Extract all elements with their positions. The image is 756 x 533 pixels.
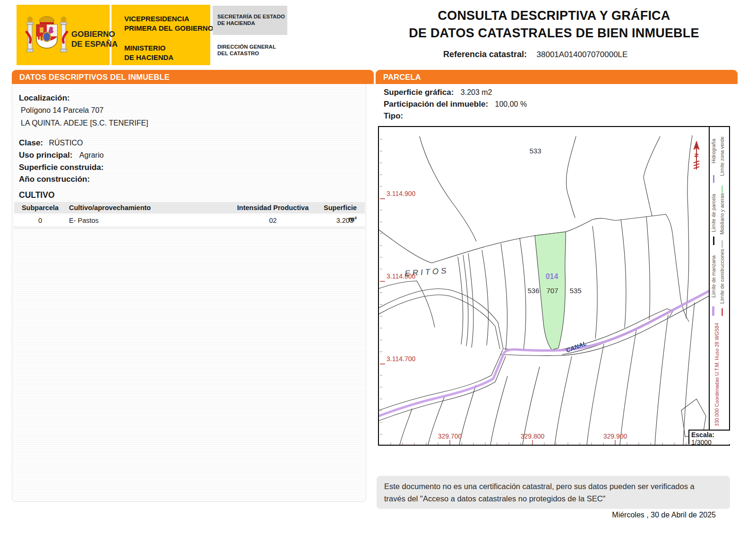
clase-value: RÚSTICO [49,139,83,147]
anio-construccion-row: Año construcción: [19,175,94,184]
participacion-value: 100,00 % [495,100,527,108]
uso-value: Agrario [79,151,104,159]
localizacion-label: Localización: [19,93,70,103]
superficie-grafica-row: Superficie gráfica: 3.203 m2 [384,88,492,97]
legend-mobiliario-swatch [722,240,723,248]
uso-row: Uso principal: Agrario [19,151,103,160]
direccion-line1: DIRECCIÓN GENERAL [217,43,276,50]
direccion-line2: DEL CATASTRO [217,50,276,57]
secretaria-line1: SECRETARÍA DE ESTADO [217,13,287,20]
legend-zona-verde: Límite zona verde [720,136,725,176]
spain-coat-of-arms [25,10,69,59]
cadastral-map[interactable]: 3.114.900 3.114.800 3.114.700 329.700 32… [378,126,730,446]
x-coord-800: 329.800 [521,432,545,440]
localizacion-line1: Polígono 14 Parcela 707 [21,106,103,115]
ministerio-line2: DE HACIENDA [124,53,173,62]
parcel-label-533: 533 [529,147,541,155]
north-arrow-icon: N [694,141,699,169]
ministerio-text: MINISTERIO DE HACIENDA [124,43,173,62]
cultivo-title: CULTIVO [19,190,55,200]
right-panel-header: PARCELA [376,70,738,84]
gobierno-text: GOBIERNO DE ESPAÑA [71,29,118,50]
legend-limite-manzana: Límite de manzana [711,255,716,297]
map-canvas: 3.114.900 3.114.800 3.114.700 329.700 32… [379,127,710,445]
subparcel-label-014: 014 [546,272,558,280]
clase-row: Clase: RÚSTICO [19,138,83,148]
anio-construccion-label: Año construcción: [19,175,90,184]
localizacion-line2: LA QUINTA. ADEJE [S.C. TENERIFE] [21,119,148,127]
map-legend: Hidrografía Límite zona verde Límite de … [709,127,728,443]
tipo-label: Tipo: [384,111,403,120]
participacion-row: Participación del inmueble: 100,00 % [384,100,527,109]
secretaria-box: SECRETARÍA DE ESTADO DE HACIENDA [213,6,287,35]
disclaimer-box: Este documento no es una certificación c… [377,476,730,509]
cell-subparcela: 0 [14,215,66,226]
cell-intensidad: 02 [222,215,324,226]
gobierno-line1: GOBIERNO [71,29,118,39]
secretaria-line2: DE HACIENDA [217,20,287,26]
legend-limite-parcela: Límite de parcela [711,194,716,232]
superficie-grafica-label: Superficie gráfica: [384,88,454,97]
legend-mobiliario: Mobiliario y aceras [720,193,725,235]
place-label-eritos: ERITOS [404,266,449,278]
legend-limite-construcciones-swatch [722,308,723,316]
referencia-value: 38001A014007070000LE [537,50,628,59]
cultivo-table: Subparcela Cultivo/aprovechamiento Inten… [14,202,365,229]
vicepresidencia-line2: PRIMERA DEL GOBIERNO [124,24,213,33]
gobierno-line2: DE ESPAÑA [71,39,118,49]
document-date: Miércoles , 30 de Abril de 2025 [541,511,716,519]
title-line1: CONSULTA DESCRIPTIVA Y GRÁFICA [378,8,730,23]
disclaimer-line1: Este documento no es una certificación c… [384,481,730,493]
cell-superficie: 3.203 [324,215,365,226]
legend-limite-parcela-swatch [713,237,714,245]
referencia-label: Referencia catastral: [443,50,527,59]
uso-label: Uso principal: [19,151,72,160]
legend-limite-manzana-swatch [712,306,714,316]
disclaimer-line2: través del "Acceso a datos catastrales n… [384,493,730,505]
parcel-label-707: 707 [546,287,558,295]
document-title: CONSULTA DESCRIPTIVA Y GRÁFICA DE DATOS … [378,8,730,41]
legend-zona-verde-swatch [722,186,723,193]
x-coord-900: 329.900 [603,432,627,440]
parcel-label-535: 535 [569,287,581,295]
title-line2: DE DATOS CATASTRALES DE BIEN INMUEBLE [378,26,730,41]
cadastral-document-page: GOBIERNO DE ESPAÑA VICEPRESIDENCIA PRIME… [0,0,756,533]
left-panel-header: DATOS DESCRIPTIVOS DEL INMUEBLE [12,70,374,84]
legend-hidrografia: Hidrografía [711,139,716,163]
superficie-grafica-value: 3.203 m2 [461,88,492,96]
svg-text:N: N [694,153,699,157]
cell-cultivo: E- Pastos [66,215,222,226]
participacion-label: Participación del inmueble: [384,100,488,109]
y-coord-900: 3.114.900 [387,190,415,197]
scale-value: 1/3000 [691,439,730,446]
scale-label: Escala: [691,431,730,439]
superficie-construida-label: Superficie construida: [19,163,103,172]
cultivo-table-row: 0 E- Pastos 02 3.203 [14,215,365,226]
referencia-catastral: Referencia catastral: 38001A014007070000… [443,50,627,59]
legend-coords-note: 330.000 Coordenadas U.T.M. Huso 28 WGS84 [714,323,720,426]
y-coord-700: 3.114.700 [387,355,415,363]
legend-hidrografia-swatch [713,175,714,183]
parcel-label-536: 536 [527,287,539,295]
scale-box: Escala: 1/3000 [688,430,730,444]
x-coord-700: 329.700 [438,432,462,440]
tipo-row: Tipo: [384,111,408,121]
cultivo-table-header: Subparcela Cultivo/aprovechamiento Inten… [14,202,365,213]
legend-limite-construcciones: Límite de construcciones [720,249,725,304]
superficie-construida-row: Superficie construida: [19,163,108,172]
vicepresidencia-line1: VICEPRESIDENCIA [124,14,213,24]
ministerio-line1: MINISTERIO [124,43,173,53]
direccion-general-text: DIRECCIÓN GENERAL DEL CATASTRO [217,43,276,57]
table-stripe [14,226,365,229]
clase-label: Clase: [19,138,43,147]
vicepresidencia-text: VICEPRESIDENCIA PRIMERA DEL GOBIERNO [124,14,213,33]
